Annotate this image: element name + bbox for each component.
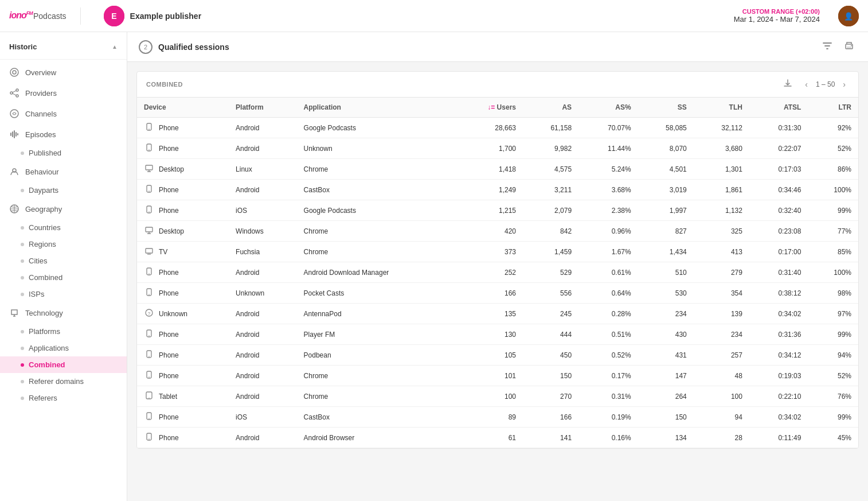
device-type-icon-0 — [144, 123, 154, 133]
col-as[interactable]: AS — [523, 98, 578, 118]
user-avatar[interactable]: 👤 — [838, 6, 859, 26]
device-type-icon-15 — [144, 433, 154, 442]
sidebar-item-providers[interactable]: Providers — [0, 83, 127, 103]
logo-area: ionoFM Podcasts — [9, 10, 67, 22]
sidebar-sub-tech-combined[interactable]: Combined — [0, 356, 127, 373]
cell-atsl-9: 0:34:02 — [749, 304, 808, 324]
cell-device-13: Tablet — [137, 386, 229, 407]
table-row: Phone Android Android Browser 61 141 0.1… — [137, 428, 858, 448]
device-name-6: TV — [159, 248, 167, 256]
cell-platform-9: Android — [229, 304, 296, 324]
col-platform[interactable]: Platform — [229, 98, 296, 118]
sidebar-item-channels[interactable]: Channels — [0, 103, 127, 124]
col-as-pct[interactable]: AS% — [578, 98, 638, 118]
sidebar-sub-referers[interactable]: Referers — [0, 390, 127, 406]
prev-page-icon[interactable]: ‹ — [801, 79, 811, 90]
device-name-1: Phone — [159, 145, 179, 153]
next-page-icon[interactable]: › — [839, 79, 849, 90]
sidebar-sub-referer-domains[interactable]: Referer domains — [0, 373, 127, 390]
col-ltr[interactable]: LTR — [808, 98, 858, 118]
col-atsl[interactable]: ATSL — [749, 98, 808, 118]
col-application[interactable]: Application — [297, 98, 455, 118]
cell-as-pct-2: 5.24% — [578, 159, 638, 180]
sidebar-sub-platforms[interactable]: Platforms — [0, 323, 127, 340]
cell-tlh-7: 279 — [694, 262, 749, 283]
cell-atsl-13: 0:22:10 — [749, 386, 808, 407]
technology-label: Technology — [25, 309, 63, 317]
sidebar-sub-cities[interactable]: Cities — [0, 253, 127, 269]
svg-point-11 — [10, 110, 18, 118]
cell-ltr-4: 99% — [808, 200, 858, 221]
cell-ltr-3: 100% — [808, 180, 858, 200]
cell-as-10: 444 — [523, 324, 578, 345]
device-type-icon-4 — [144, 205, 154, 215]
cell-ltr-8: 98% — [808, 283, 858, 304]
cell-ltr-5: 77% — [808, 221, 858, 242]
cell-as-14: 166 — [523, 407, 578, 428]
sidebar-item-geography[interactable]: Geography — [0, 199, 127, 219]
table-row: Phone Android Unknown 1,700 9,982 11.44%… — [137, 138, 858, 159]
sidebar-item-technology[interactable]: Technology — [0, 302, 127, 323]
sidebar-sub-published[interactable]: Published — [0, 145, 127, 161]
download-icon[interactable] — [783, 79, 792, 90]
col-tlh[interactable]: TLH — [694, 98, 749, 118]
table-row: Phone Unknown Pocket Casts 166 556 0.64%… — [137, 283, 858, 304]
table-container: COMBINED ‹ 1 – 50 › Device Platform Appl… — [136, 71, 859, 449]
cell-platform-13: Android — [229, 386, 296, 407]
sidebar-sub-geo-combined[interactable]: Combined — [0, 269, 127, 286]
cell-users-7: 252 — [455, 262, 523, 283]
cell-application-4: Google Podcasts — [297, 200, 455, 221]
filter-icon[interactable] — [820, 38, 835, 56]
col-device[interactable]: Device — [137, 98, 229, 118]
cell-users-12: 101 — [455, 366, 523, 386]
publisher-name: Example publisher — [130, 11, 201, 21]
cell-application-7: Android Download Manager — [297, 262, 455, 283]
svg-rect-15 — [15, 132, 17, 137]
channels-label: Channels — [25, 110, 57, 118]
cell-application-1: Unknown — [297, 138, 455, 159]
cell-ss-3: 3,019 — [638, 180, 694, 200]
svg-rect-16 — [17, 133, 18, 135]
device-type-icon-10 — [144, 329, 154, 339]
main-content: 2 Qualified sessions COMBINED — [127, 32, 868, 501]
cell-device-6: TV — [137, 242, 229, 262]
cell-as-pct-11: 0.52% — [578, 345, 638, 366]
cell-as-pct-7: 0.61% — [578, 262, 638, 283]
sidebar-item-behaviour[interactable]: Behaviour — [0, 161, 127, 182]
col-users[interactable]: ↓= Users — [455, 98, 523, 118]
sidebar-section-historic[interactable]: Historic ▲ — [0, 37, 127, 57]
cell-application-6: Chrome — [297, 242, 455, 262]
sidebar-sub-applications[interactable]: Applications — [0, 340, 127, 356]
cell-ss-10: 430 — [638, 324, 694, 345]
svg-point-40 — [148, 335, 150, 336]
cell-as-13: 270 — [523, 386, 578, 407]
cell-users-2: 1,418 — [455, 159, 523, 180]
cell-users-0: 28,663 — [455, 118, 523, 138]
cell-platform-11: Android — [229, 345, 296, 366]
table-row: Phone Android Android Download Manager 2… — [137, 262, 858, 283]
sidebar-item-overview[interactable]: Overview — [0, 62, 127, 83]
device-name-11: Phone — [159, 351, 179, 359]
cell-platform-0: Android — [229, 118, 296, 138]
sidebar-sub-isps[interactable]: ISPs — [0, 286, 127, 302]
svg-point-34 — [148, 273, 150, 274]
applications-bullet — [21, 347, 24, 350]
sidebar-sub-dayparts[interactable]: Dayparts — [0, 182, 127, 199]
col-ss[interactable]: SS — [638, 98, 694, 118]
svg-point-4 — [10, 68, 18, 76]
cell-ltr-11: 94% — [808, 345, 858, 366]
cell-tlh-1: 3,680 — [694, 138, 749, 159]
date-range-area: CUSTOM RANGE (+02:00) Mar 1, 2024 - Mar … — [734, 8, 820, 24]
sidebar-item-episodes[interactable]: Episodes — [0, 124, 127, 145]
device-name-13: Tablet — [159, 393, 177, 401]
sidebar-sub-countries[interactable]: Countries — [0, 219, 127, 236]
sidebar-sub-regions[interactable]: Regions — [0, 236, 127, 253]
table-row: Phone iOS CastBox 89 166 0.19% 150 94 0:… — [137, 407, 858, 428]
svg-rect-20 — [847, 46, 851, 49]
referers-label: Referers — [29, 394, 57, 402]
cell-device-8: Phone — [137, 283, 229, 304]
cell-users-15: 61 — [455, 428, 523, 448]
svg-point-25 — [148, 149, 150, 150]
geo-combined-label: Combined — [29, 273, 62, 282]
print-icon[interactable] — [842, 38, 857, 56]
